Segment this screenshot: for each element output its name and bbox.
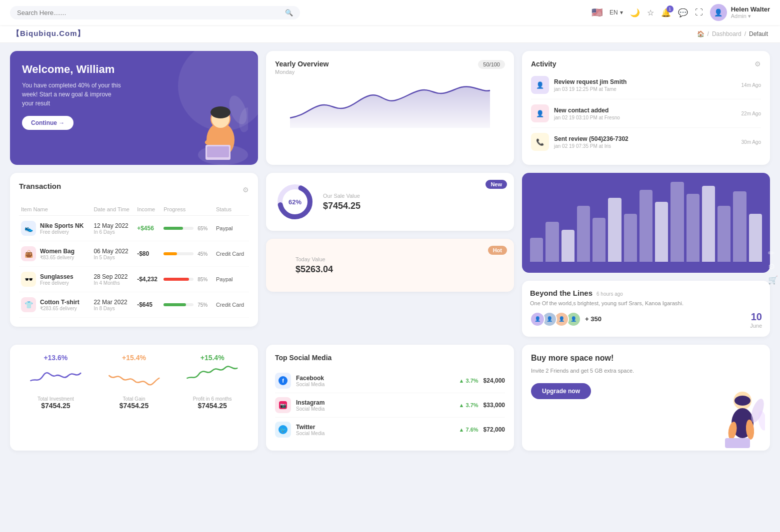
item-desc: Free delivery [40, 280, 74, 286]
social-type-2: Social Media [296, 431, 454, 436]
activity-settings-icon[interactable]: ⚙ [754, 60, 761, 68]
sparkline-1 [98, 366, 171, 391]
sale-info: Our Sale Value $7454.25 [323, 193, 360, 211]
social-list: f Facebook Social Media ▲ 3.7% $24,000 📷… [275, 369, 505, 442]
cell-income: -$80 [135, 241, 162, 267]
star-icon[interactable]: ☆ [647, 8, 654, 17]
invest-label-1: Total Gain [98, 396, 171, 402]
yearly-header: Yearly Overview Monday 50/100 [275, 60, 505, 75]
investment-grid: +13.6% Total Investment $7454.25 +15.4% … [19, 354, 249, 410]
welcome-subtitle: You have completed 40% of your this week… [22, 81, 122, 108]
beyond-plus-count: + 350 [585, 315, 602, 323]
col-income: Income [135, 203, 162, 216]
right-column: ✏ ⚙ 🛒 Beyond the Lines 6 hours ago One O… [522, 173, 770, 337]
main-content: Welcome, William You have completed 40% … [0, 43, 780, 345]
social-icon-2: 🐦 [275, 422, 291, 438]
notification-bell[interactable]: 🔔 1 [661, 8, 671, 17]
yearly-chart [275, 78, 505, 128]
bar-item-8 [655, 202, 668, 262]
item-desc: Free delivery [40, 229, 84, 235]
transaction-card: Transaction ⚙ Item Name Date and Time In… [10, 173, 258, 327]
chart-cart-icon[interactable]: 🛒 [768, 275, 778, 284]
notification-badge: 1 [666, 5, 674, 12]
progress-bar-wrap [164, 252, 194, 255]
nav-icons: 🇺🇸 EN ▾ 🌙 ☆ 🔔 1 💬 ⛶ 👤 Helen Walter Admin… [592, 4, 770, 21]
breadcrumb-current: Default [749, 30, 768, 37]
language-selector[interactable]: EN ▾ [610, 9, 623, 16]
transaction-table: Item Name Date and Time Income Progress … [19, 203, 249, 318]
beyond-avatars: 👤 👤 👤 👤 + 350 [530, 312, 602, 329]
social-icon-1: 📷 [275, 397, 291, 413]
social-val-2: $72,000 [484, 426, 505, 433]
avatar: 👤 [710, 4, 727, 21]
cell-income: -$4,232 [135, 267, 162, 292]
activity-time-1: 22m Ago [742, 111, 761, 116]
side-icons: ✏ ⚙ 🛒 [766, 246, 780, 286]
bar-item-13 [733, 191, 746, 262]
new-badge: New [486, 180, 507, 189]
today-value-card: Hot Today Value $5263.04 [266, 239, 514, 292]
item-name: Cotton T-shirt [40, 299, 80, 306]
sale-label: Our Sale Value [323, 193, 360, 199]
user-menu[interactable]: 👤 Helen Walter Admin ▾ [710, 4, 770, 21]
cell-progress: 45% [162, 241, 214, 267]
user-name: Helen Walter [731, 5, 770, 13]
search-container: 🔍 [10, 6, 300, 19]
transaction-settings-icon[interactable]: ⚙ [242, 186, 249, 194]
sale-value: $7454.25 [323, 201, 360, 211]
progress-label: 45% [198, 251, 208, 257]
bar-item-2 [562, 230, 574, 262]
activity-header: Activity ⚙ [531, 60, 761, 68]
activity-title-2: Sent review (504)236-7302 [554, 135, 736, 142]
avatars-row: 👤 👤 👤 👤 + 350 [530, 312, 602, 327]
activity-list: 👤 Review request jim Smith jan 03 19 12:… [531, 71, 761, 156]
social-name-2: Twitter [296, 424, 454, 431]
cell-progress: 65% [162, 216, 214, 241]
activity-info-0: Review request jim Smith jan 03 19 12:25… [554, 78, 736, 92]
today-label: Today Value [296, 256, 333, 262]
yearly-title-block: Yearly Overview Monday [275, 60, 328, 75]
activity-item-1: 👤 New contact added jan 02 19 03:10 PM a… [531, 99, 761, 128]
invest-value-0: $7454.25 [19, 402, 92, 410]
progress-bar-wrap [164, 227, 194, 230]
continue-button[interactable]: Continue → [22, 116, 74, 130]
sparkline-2 [176, 366, 249, 391]
cell-status: Paypal [214, 267, 249, 292]
sale-cards-column: New 62% Our Sale Value $7454.25 Hot [266, 173, 514, 327]
activity-title-0: Review request jim Smith [554, 78, 736, 85]
social-type-0: Social Media [296, 382, 454, 387]
bar-item-1 [546, 222, 558, 262]
bar-item-10 [686, 194, 700, 262]
cell-item: 👟 Nike Sports NK Free delivery [19, 216, 92, 241]
col-date: Date and Time [92, 203, 135, 216]
dark-mode-toggle[interactable]: 🌙 [630, 8, 640, 17]
progress-bar-wrap [164, 278, 194, 281]
invest-label-2: Profit in 6 months [176, 396, 249, 402]
svg-text:🐦: 🐦 [280, 427, 286, 433]
yearly-title: Yearly Overview [275, 60, 328, 68]
home-icon[interactable]: 🏠 [697, 30, 704, 37]
chart-settings-icon[interactable]: ⚙ [768, 261, 778, 271]
search-input[interactable] [17, 9, 281, 16]
avatar-1: 👤 [530, 312, 545, 327]
upgrade-button[interactable]: Upgrade now [531, 383, 591, 399]
activity-title: Activity [531, 60, 556, 68]
progress-label: 65% [198, 226, 208, 231]
breadcrumb-bar: 【Biqubiqu.Com】 🏠 / Dashboard / Default [0, 25, 780, 43]
hot-badge: Hot [488, 246, 507, 255]
breadcrumb-dashboard[interactable]: Dashboard [712, 30, 742, 37]
social-icon-0: f [275, 373, 291, 389]
fullscreen-icon[interactable]: ⛶ [695, 8, 703, 17]
social-item-1: 📷 Instagram Social Media ▲ 3.7% $33,000 [275, 393, 505, 418]
item-desc: ₹83.65 delivery [40, 255, 74, 260]
transaction-title: Transaction [19, 182, 61, 190]
progress-bar-fill [164, 252, 177, 255]
chevron-down-icon: ▾ [620, 9, 623, 16]
activity-avatar-1: 👤 [531, 104, 549, 122]
message-icon[interactable]: 💬 [678, 8, 688, 17]
social-val-0: $24,000 [484, 377, 505, 384]
activity-sub-2: jan 02 19 07:35 PM at Iris [554, 143, 736, 149]
chart-edit-icon[interactable]: ✏ [768, 248, 778, 257]
beyond-header: Beyond the Lines 6 hours ago [530, 289, 762, 297]
item-desc: ₹283.65 delivery [40, 306, 80, 311]
